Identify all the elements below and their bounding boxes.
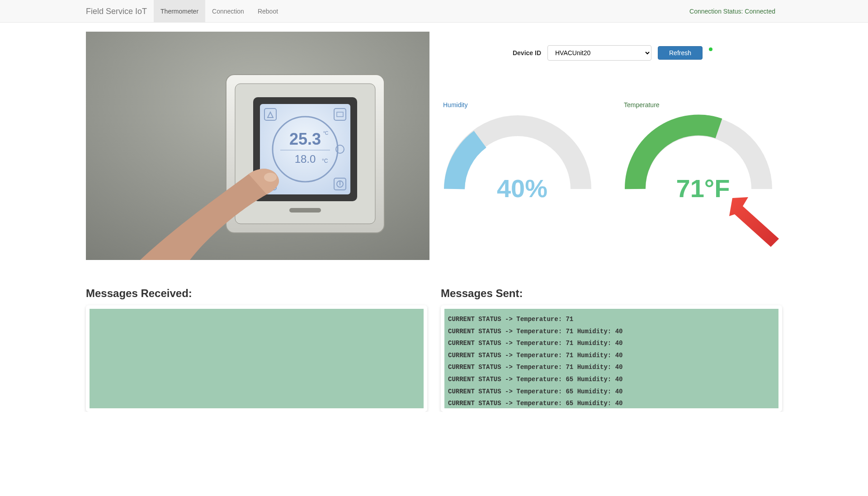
status-indicator-icon [709, 47, 712, 51]
messages-sent-box[interactable]: CURRENT STATUS -> Temperature: 71CURRENT… [444, 309, 778, 408]
navbar: Field Service IoT Thermometer Connection… [0, 0, 868, 23]
refresh-button[interactable]: Refresh [658, 46, 703, 60]
svg-point-20 [264, 173, 277, 182]
svg-text:18.0: 18.0 [295, 153, 316, 165]
annotation-arrow-icon [726, 194, 784, 248]
device-row: Device ID HVACUnit20 Refresh [443, 45, 782, 61]
msg-line: CURRENT STATUS -> Temperature: 71 Humidi… [448, 361, 775, 373]
main-container: 25.3 °C 18.0 °C [86, 23, 782, 412]
humidity-value: 40% [443, 174, 601, 203]
tab-reboot[interactable]: Reboot [251, 0, 285, 22]
messages-sent-heading: Messages Sent: [441, 287, 782, 300]
messages-sent-panel: Messages Sent: CURRENT STATUS -> Tempera… [441, 287, 782, 412]
msg-line: CURRENT STATUS -> Temperature: 65 Humidi… [448, 373, 775, 386]
messages-received-panel: Messages Received: [86, 287, 427, 412]
connection-status: Connection Status: Connected [689, 8, 775, 15]
msg-line: CURRENT STATUS -> Temperature: 71 Humidi… [448, 326, 775, 338]
msg-line: CURRENT STATUS -> Temperature: 65 Humidi… [448, 397, 775, 408]
device-id-label: Device ID [513, 49, 541, 57]
device-id-select[interactable]: HVACUnit20 [547, 45, 651, 61]
temperature-title: Temperature [624, 101, 782, 109]
msg-line: CURRENT STATUS -> Temperature: 65 Humidi… [448, 386, 775, 398]
svg-text:°C: °C [323, 131, 328, 136]
messages-received-heading: Messages Received: [86, 287, 427, 300]
msg-line: CURRENT STATUS -> Temperature: 71 Humidi… [448, 350, 775, 362]
messages-received-box[interactable] [90, 309, 424, 408]
thermostat-photo: 25.3 °C 18.0 °C [86, 32, 429, 260]
msg-line: CURRENT STATUS -> Temperature: 71 Humidi… [448, 337, 775, 350]
tab-connection[interactable]: Connection [205, 0, 251, 22]
msg-line: CURRENT STATUS -> Temperature: 71 [448, 313, 775, 326]
humidity-gauge: Humidity 40% [443, 101, 601, 223]
svg-text:°C: °C [322, 158, 328, 164]
svg-rect-19 [289, 208, 321, 213]
brand[interactable]: Field Service IoT [86, 0, 154, 22]
svg-text:25.3: 25.3 [289, 130, 321, 148]
temperature-gauge: Temperature 71°F [624, 101, 782, 223]
humidity-title: Humidity [443, 101, 601, 109]
tab-thermometer[interactable]: Thermometer [154, 0, 205, 22]
